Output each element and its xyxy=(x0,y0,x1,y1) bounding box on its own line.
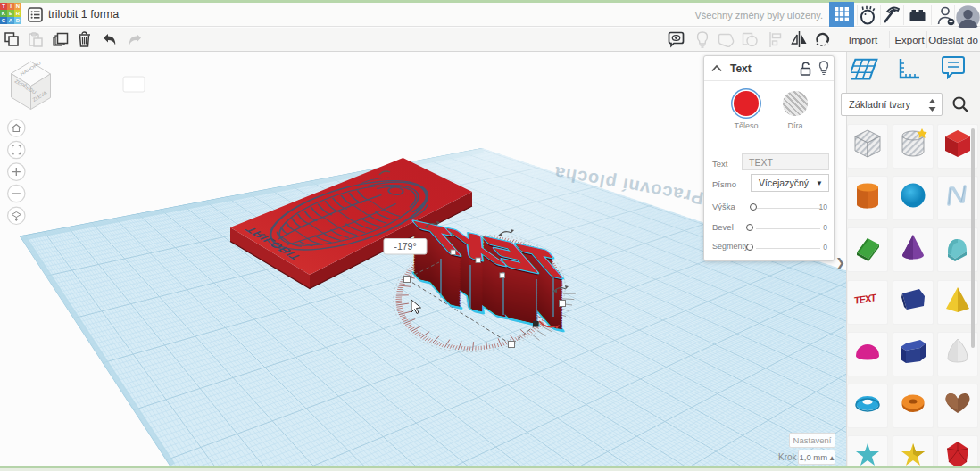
svg-text:-179°: -179° xyxy=(394,241,416,252)
svg-text:TEXT: TEXT xyxy=(854,292,876,306)
